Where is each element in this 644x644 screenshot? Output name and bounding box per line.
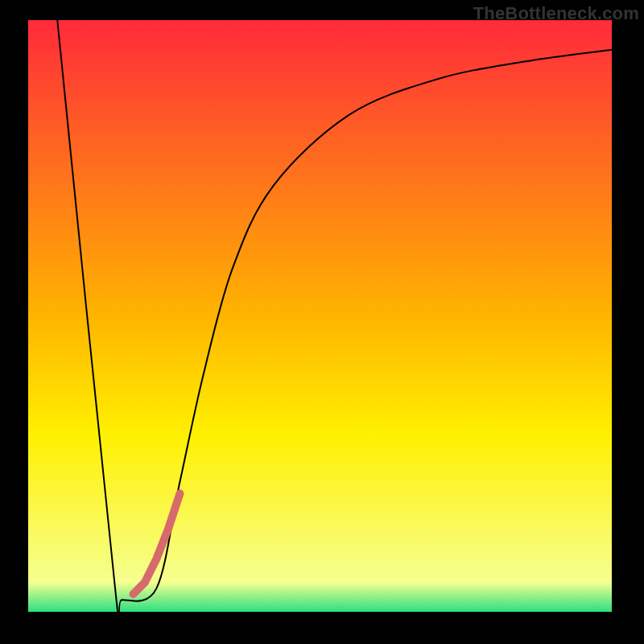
attribution-text: TheBottleneck.com [473,3,639,24]
heat-gradient-bg [28,20,612,612]
bottleneck-chart: TheBottleneck.com [0,0,644,644]
chart-svg [0,0,644,644]
